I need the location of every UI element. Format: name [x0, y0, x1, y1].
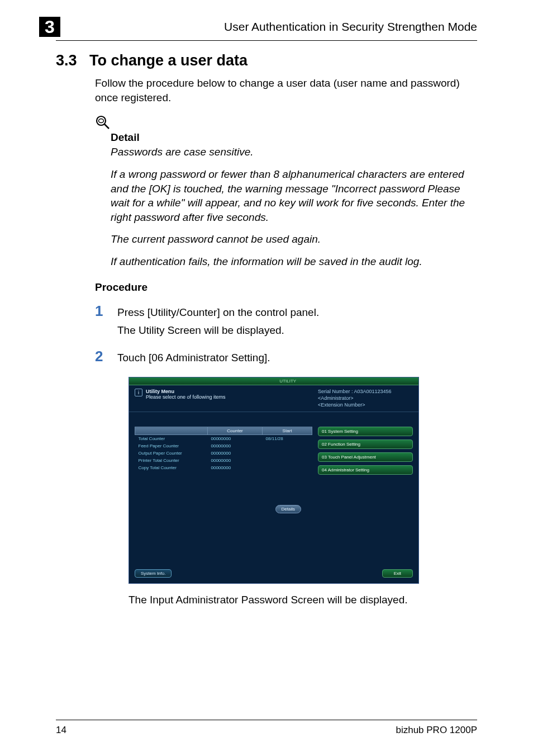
- utility-screenshot: UTILITY i Utility Menu Please select one…: [129, 377, 419, 584]
- step-number-2: 2: [95, 348, 117, 366]
- row-counter: 00000000: [208, 457, 263, 464]
- product-name: bizhub PRO 1200P: [396, 725, 477, 736]
- info-icon: i: [135, 389, 142, 396]
- table-row: Output Paper Counter00000000: [135, 450, 312, 457]
- util-menu-title: Utility Menu: [146, 389, 318, 394]
- section-title: To change a user data: [89, 52, 248, 69]
- serial-label: Serial Number: [318, 389, 350, 394]
- detail-label: Detail: [111, 131, 477, 144]
- th-start: Start: [263, 427, 312, 435]
- serial-value: : A03A001123456: [351, 389, 392, 394]
- section-number: 3.3: [56, 52, 77, 69]
- util-header-meta: Serial Number : A03A001123456 <Administr…: [318, 389, 413, 408]
- step-number-1: 1: [95, 303, 117, 339]
- util-header: i Utility Menu Please select one of foll…: [129, 385, 418, 412]
- util-menu-subtitle: Please select one of following items: [146, 394, 318, 400]
- row-counter: 00000000: [208, 442, 263, 450]
- counter-table: Counter Start Total Counter0000000008/11…: [135, 427, 312, 471]
- util-title: UTILITY: [279, 379, 296, 384]
- util-header-text: Utility Menu Please select one of follow…: [146, 389, 318, 408]
- svg-point-0: [97, 116, 106, 125]
- step-2-text: Touch [06 Administrator Setting].: [117, 350, 270, 366]
- row-label: Output Paper Counter: [135, 450, 208, 457]
- table-row: Feed Paper Counter00000000: [135, 442, 312, 450]
- procedure-label: Procedure: [95, 281, 477, 294]
- detail-p3: The current password cannot be used agai…: [111, 232, 477, 247]
- row-label: Printer Total Counter: [135, 457, 208, 464]
- menu-touch-panel-adjustment[interactable]: 03 Touch Panel Adjustment: [318, 452, 413, 462]
- step-1-sub: The Utility Screen will be displayed.: [117, 323, 319, 339]
- magnifier-icon: [95, 115, 111, 130]
- admin-label: <Administrator>: [318, 395, 413, 402]
- step-1: 1 Press [Utility/Counter] on the control…: [95, 303, 477, 339]
- row-counter: 00000000: [208, 435, 263, 443]
- row-start: 08/11/28: [263, 435, 312, 443]
- menu-system-setting[interactable]: 01 System Setting: [318, 427, 413, 436]
- table-row: Copy Total Counter00000000: [135, 464, 312, 471]
- detail-p2: If a wrong password or fewer than 8 alph…: [111, 167, 477, 225]
- row-label: Copy Total Counter: [135, 464, 208, 471]
- table-row: Printer Total Counter00000000: [135, 457, 312, 464]
- th-blank: [135, 427, 208, 435]
- th-counter: Counter: [208, 427, 263, 435]
- row-start: [263, 457, 312, 464]
- details-button[interactable]: Details: [275, 505, 301, 513]
- system-info-button[interactable]: System Info.: [135, 569, 172, 578]
- util-counter-panel: Counter Start Total Counter0000000008/11…: [135, 427, 312, 478]
- intro-text: Follow the procedure below to change a u…: [95, 76, 477, 105]
- svg-point-1: [99, 119, 104, 123]
- row-counter: 00000000: [208, 464, 263, 471]
- row-label: Feed Paper Counter: [135, 442, 208, 450]
- row-label: Total Counter: [135, 435, 208, 443]
- util-topbar: [129, 377, 418, 385]
- page-header: 3 User Authentication in Security Streng…: [56, 17, 477, 41]
- row-start: [263, 450, 312, 457]
- menu-function-setting[interactable]: 02 Function Setting: [318, 440, 413, 449]
- screenshot-caption: The Input Administrator Password Screen …: [129, 594, 477, 606]
- detail-block: Detail Passwords are case sensitive. If …: [95, 115, 477, 268]
- detail-p1: Passwords are case sensitive.: [111, 145, 477, 159]
- step-1-text: Press [Utility/Counter] on the control p…: [117, 305, 319, 321]
- row-start: [263, 442, 312, 450]
- ext-label: <Extension Number>: [318, 402, 413, 409]
- exit-button[interactable]: Exit: [382, 569, 413, 578]
- table-row: Total Counter0000000008/11/28: [135, 435, 312, 443]
- detail-p4: If authentication fails, the information…: [111, 254, 477, 269]
- page-footer: 14 bizhub PRO 1200P: [56, 720, 477, 736]
- util-menu-panel: 01 System Setting 02 Function Setting 03…: [318, 427, 413, 478]
- header-title: User Authentication in Security Strength…: [72, 20, 477, 34]
- menu-administrator-setting[interactable]: 04 Administrator Setting: [318, 465, 413, 475]
- chapter-number-badge: 3: [39, 17, 60, 37]
- page-number: 14: [56, 725, 66, 736]
- svg-line-2: [104, 124, 109, 129]
- step-2: 2 Touch [06 Administrator Setting].: [95, 348, 477, 366]
- row-start: [263, 464, 312, 471]
- row-counter: 00000000: [208, 450, 263, 457]
- section-heading: 3.3 To change a user data: [56, 52, 477, 69]
